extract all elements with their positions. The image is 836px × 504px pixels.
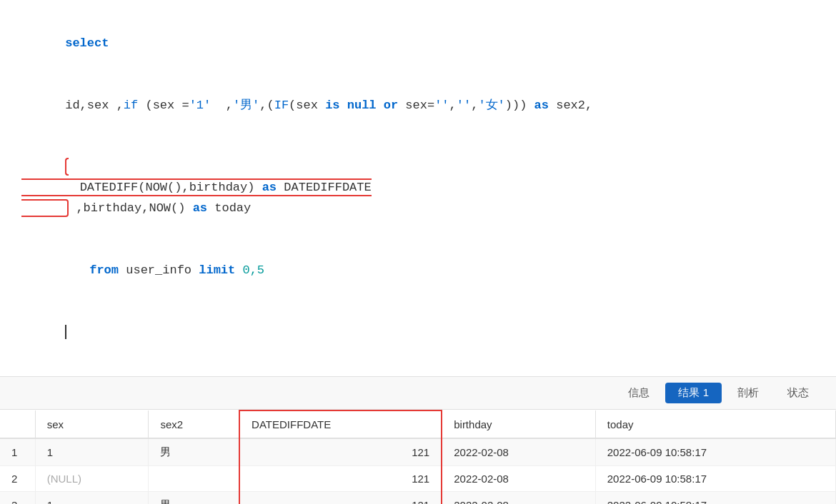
- code-str-female: '女': [478, 99, 504, 112]
- code-from: from: [89, 263, 119, 277]
- code-comma2: ,: [449, 99, 457, 112]
- code-str-1: '1': [189, 99, 212, 112]
- cell-rownum: 1: [0, 438, 35, 466]
- code-comma3: ,: [471, 99, 478, 112]
- code-editor[interactable]: select id,sex ,if (sex ='1' ,'男',(IF(sex…: [0, 0, 836, 377]
- code-sex2: (sex: [289, 99, 325, 112]
- cell-sex: (NULL): [35, 466, 149, 492]
- code-IF: IF: [274, 99, 289, 112]
- cell-today: 2022-06-09 10:58:17: [595, 466, 835, 492]
- code-line-1: select: [21, 13, 815, 75]
- code-space1: [340, 99, 347, 112]
- col-header-rownum: [0, 410, 35, 438]
- cell-datediff: 121: [239, 466, 442, 492]
- code-after-highlight: ,birthday,NOW(): [69, 201, 192, 215]
- table-header-row: sex sex2 DATEDIFFDATE birthday today: [0, 410, 836, 438]
- code-str-male: '男': [233, 99, 259, 112]
- cell-datediff: 121: [239, 492, 442, 504]
- col-header-today: today: [595, 410, 835, 438]
- code-as1: as: [534, 99, 549, 112]
- code-if: if: [124, 99, 138, 112]
- code-comma: ,: [211, 99, 233, 112]
- code-today: today: [207, 201, 251, 215]
- results-table: sex sex2 DATEDIFFDATE birthday today 1 1…: [0, 410, 836, 504]
- code-str-empty2: '': [457, 99, 471, 112]
- tab-bar: 信息 结果 1 剖析 状态: [0, 377, 836, 410]
- cell-birthday: 2022-02-08: [442, 466, 595, 492]
- code-line-5: [21, 301, 815, 363]
- code-datediff-alias: DATEDIFFDATE: [277, 181, 372, 194]
- cell-sex2: [149, 466, 239, 492]
- cell-sex2: 男: [149, 438, 239, 466]
- cell-sex: 1: [35, 492, 149, 504]
- cell-birthday: 2022-02-08: [442, 492, 595, 504]
- cell-birthday: 2022-02-08: [442, 438, 595, 466]
- tab-status[interactable]: 状态: [775, 383, 822, 403]
- code-close-paren: ))): [505, 99, 534, 112]
- col-header-sex: sex: [35, 410, 149, 438]
- code-str-empty1: '': [434, 99, 449, 112]
- tab-result1[interactable]: 结果 1: [665, 383, 722, 403]
- code-id-sex: id,sex ,: [65, 99, 124, 112]
- cell-rownum: 2: [0, 466, 35, 492]
- keyword-select: select: [65, 36, 109, 50]
- code-sex2-alias: sex2,: [549, 99, 592, 112]
- code-paren: ,(: [259, 99, 274, 112]
- col-header-birthday: birthday: [442, 410, 595, 438]
- code-is: is: [325, 99, 339, 112]
- code-as2: as: [262, 181, 277, 194]
- main-container: select id,sex ,if (sex ='1' ,'男',(IF(sex…: [0, 0, 836, 504]
- table-row: 1 1 男 121 2022-02-08 2022-06-09 10:58:17: [0, 438, 836, 466]
- code-num: 0,5: [242, 263, 264, 277]
- code-space2: [377, 99, 384, 112]
- table-row: 2 (NULL) 121 2022-02-08 2022-06-09 10:58…: [0, 466, 836, 492]
- code-line-3: DATEDIFF(NOW(),birthday) as DATEDIFFDATE…: [21, 136, 815, 239]
- code-space3: [235, 263, 242, 277]
- code-sex-eq: (sex =: [138, 99, 189, 112]
- cursor: [65, 325, 66, 339]
- code-line-4: from user_info limit 0,5: [21, 240, 815, 302]
- tab-info[interactable]: 信息: [615, 383, 662, 403]
- code-line-2: id,sex ,if (sex ='1' ,'男',(IF(sex is nul…: [21, 75, 815, 137]
- tab-profile[interactable]: 剖析: [725, 383, 772, 403]
- cell-rownum: 3: [0, 492, 35, 504]
- code-table: user_info: [119, 263, 199, 277]
- cell-sex2: 男: [149, 492, 239, 504]
- code-datediff: DATEDIFF(NOW(),birthday): [80, 181, 262, 194]
- code-sex3: sex=: [398, 99, 434, 112]
- cell-sex: 1: [35, 438, 149, 466]
- code-limit: limit: [199, 263, 235, 277]
- col-header-sex2: sex2: [149, 410, 239, 438]
- code-or: or: [384, 99, 398, 112]
- cell-today: 2022-06-09 10:58:17: [595, 438, 835, 466]
- cell-datediff: 121: [239, 438, 442, 466]
- col-header-datediffdate: DATEDIFFDATE: [239, 410, 442, 438]
- results-area: sex sex2 DATEDIFFDATE birthday today 1 1…: [0, 410, 836, 504]
- code-as3: as: [193, 201, 207, 215]
- table-row: 3 1 男 121 2022-02-08 2022-06-09 10:58:17: [0, 492, 836, 504]
- code-null: null: [347, 99, 377, 112]
- cell-today: 2022-06-09 10:58:17: [595, 492, 835, 504]
